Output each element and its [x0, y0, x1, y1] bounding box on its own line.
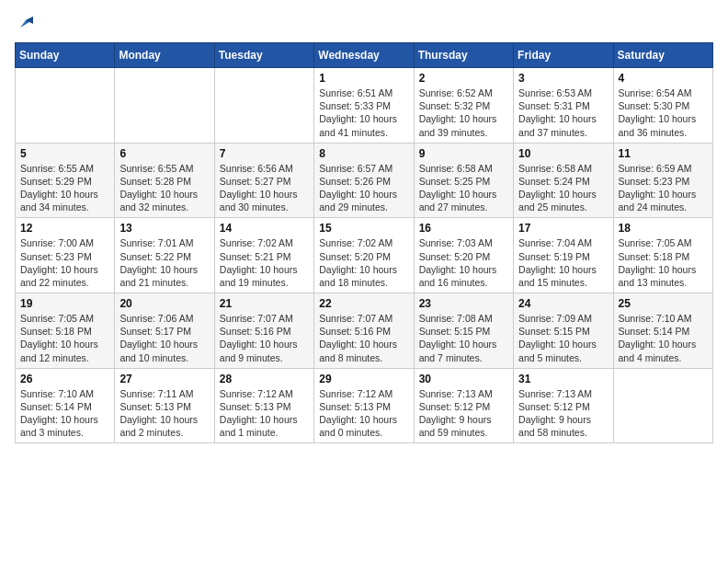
day-number: 28	[220, 373, 309, 385]
day-info: Sunrise: 6:56 AM Sunset: 5:27 PM Dayligh…	[220, 162, 309, 214]
day-info: Sunrise: 7:02 AM Sunset: 5:21 PM Dayligh…	[220, 236, 309, 289]
day-info: Sunrise: 6:55 AM Sunset: 5:28 PM Dayligh…	[119, 162, 209, 214]
logo	[15, 15, 33, 31]
day-number: 21	[220, 297, 309, 310]
day-number: 27	[119, 373, 209, 385]
day-info: Sunrise: 6:58 AM Sunset: 5:24 PM Dayligh…	[518, 162, 608, 214]
day-info: Sunrise: 7:08 AM Sunset: 5:15 PM Dayligh…	[419, 312, 508, 364]
calendar-cell: 2Sunrise: 6:52 AM Sunset: 5:32 PM Daylig…	[414, 68, 513, 144]
day-info: Sunrise: 7:00 AM Sunset: 5:23 PM Dayligh…	[20, 236, 109, 289]
day-info: Sunrise: 7:10 AM Sunset: 5:14 PM Dayligh…	[619, 312, 708, 364]
calendar-cell: 20Sunrise: 7:06 AM Sunset: 5:17 PM Dayli…	[115, 293, 214, 369]
calendar-cell: 13Sunrise: 7:01 AM Sunset: 5:22 PM Dayli…	[115, 218, 214, 293]
calendar-cell: 11Sunrise: 6:59 AM Sunset: 5:23 PM Dayli…	[613, 143, 712, 218]
day-number: 20	[119, 297, 209, 310]
calendar-cell: 4Sunrise: 6:54 AM Sunset: 5:30 PM Daylig…	[613, 68, 712, 144]
day-info: Sunrise: 6:59 AM Sunset: 5:23 PM Dayligh…	[619, 162, 708, 214]
weekday-header-thursday: Thursday	[414, 43, 513, 68]
day-number: 17	[518, 222, 608, 235]
day-info: Sunrise: 7:02 AM Sunset: 5:20 PM Dayligh…	[319, 236, 408, 289]
calendar: SundayMondayTuesdayWednesdayThursdayFrid…	[15, 42, 713, 443]
calendar-cell: 5Sunrise: 6:55 AM Sunset: 5:29 PM Daylig…	[16, 143, 115, 218]
day-number: 2	[419, 72, 508, 85]
day-number: 31	[518, 373, 608, 385]
day-number: 23	[419, 297, 508, 310]
logo-bird-icon	[17, 15, 33, 31]
week-row-4: 19Sunrise: 7:05 AM Sunset: 5:18 PM Dayli…	[16, 293, 713, 369]
weekday-header-sunday: Sunday	[16, 43, 115, 68]
calendar-cell: 14Sunrise: 7:02 AM Sunset: 5:21 PM Dayli…	[214, 218, 313, 293]
page-header	[15, 15, 713, 31]
day-info: Sunrise: 7:04 AM Sunset: 5:19 PM Dayligh…	[518, 236, 608, 289]
calendar-cell: 18Sunrise: 7:05 AM Sunset: 5:18 PM Dayli…	[613, 218, 712, 293]
day-number: 4	[619, 72, 708, 85]
day-info: Sunrise: 7:05 AM Sunset: 5:18 PM Dayligh…	[20, 312, 109, 364]
day-number: 18	[619, 222, 708, 235]
day-info: Sunrise: 7:06 AM Sunset: 5:17 PM Dayligh…	[119, 312, 209, 364]
day-number: 25	[619, 297, 708, 310]
calendar-cell: 12Sunrise: 7:00 AM Sunset: 5:23 PM Dayli…	[16, 218, 115, 293]
day-info: Sunrise: 7:12 AM Sunset: 5:13 PM Dayligh…	[319, 387, 408, 440]
day-info: Sunrise: 7:09 AM Sunset: 5:15 PM Dayligh…	[518, 312, 608, 364]
day-number: 8	[319, 147, 408, 160]
day-number: 19	[20, 297, 109, 310]
weekday-header-wednesday: Wednesday	[314, 43, 414, 68]
calendar-cell: 16Sunrise: 7:03 AM Sunset: 5:20 PM Dayli…	[414, 218, 513, 293]
calendar-cell: 9Sunrise: 6:58 AM Sunset: 5:25 PM Daylig…	[414, 143, 513, 218]
calendar-cell	[613, 368, 712, 443]
day-number: 14	[220, 222, 309, 235]
day-info: Sunrise: 7:07 AM Sunset: 5:16 PM Dayligh…	[220, 312, 309, 364]
calendar-cell: 23Sunrise: 7:08 AM Sunset: 5:15 PM Dayli…	[414, 293, 513, 369]
week-row-3: 12Sunrise: 7:00 AM Sunset: 5:23 PM Dayli…	[16, 218, 713, 293]
day-number: 3	[518, 72, 608, 85]
day-number: 22	[319, 297, 408, 310]
day-number: 6	[119, 147, 209, 160]
calendar-cell	[115, 68, 214, 144]
weekday-header-row: SundayMondayTuesdayWednesdayThursdayFrid…	[16, 43, 713, 68]
calendar-cell: 29Sunrise: 7:12 AM Sunset: 5:13 PM Dayli…	[314, 368, 414, 443]
week-row-5: 26Sunrise: 7:10 AM Sunset: 5:14 PM Dayli…	[16, 368, 713, 443]
day-info: Sunrise: 6:51 AM Sunset: 5:33 PM Dayligh…	[319, 86, 408, 139]
day-number: 29	[319, 373, 408, 385]
day-number: 7	[220, 147, 309, 160]
day-info: Sunrise: 6:54 AM Sunset: 5:30 PM Dayligh…	[619, 86, 708, 139]
calendar-cell	[16, 68, 115, 144]
day-info: Sunrise: 7:05 AM Sunset: 5:18 PM Dayligh…	[619, 236, 708, 289]
calendar-cell: 3Sunrise: 6:53 AM Sunset: 5:31 PM Daylig…	[514, 68, 613, 144]
day-number: 16	[419, 222, 508, 235]
day-info: Sunrise: 6:58 AM Sunset: 5:25 PM Dayligh…	[419, 162, 508, 214]
calendar-cell: 21Sunrise: 7:07 AM Sunset: 5:16 PM Dayli…	[214, 293, 313, 369]
week-row-1: 1Sunrise: 6:51 AM Sunset: 5:33 PM Daylig…	[16, 68, 713, 144]
day-info: Sunrise: 6:55 AM Sunset: 5:29 PM Dayligh…	[20, 162, 109, 214]
day-info: Sunrise: 6:52 AM Sunset: 5:32 PM Dayligh…	[419, 86, 508, 139]
day-number: 13	[119, 222, 209, 235]
day-number: 15	[319, 222, 408, 235]
day-info: Sunrise: 7:13 AM Sunset: 5:12 PM Dayligh…	[419, 387, 508, 440]
day-number: 1	[319, 72, 408, 85]
day-number: 30	[419, 373, 508, 385]
week-row-2: 5Sunrise: 6:55 AM Sunset: 5:29 PM Daylig…	[16, 143, 713, 218]
day-number: 11	[619, 147, 708, 160]
day-info: Sunrise: 6:57 AM Sunset: 5:26 PM Dayligh…	[319, 162, 408, 214]
day-number: 26	[20, 373, 109, 385]
calendar-cell: 31Sunrise: 7:13 AM Sunset: 5:12 PM Dayli…	[514, 368, 613, 443]
day-info: Sunrise: 7:13 AM Sunset: 5:12 PM Dayligh…	[518, 387, 608, 440]
calendar-cell: 10Sunrise: 6:58 AM Sunset: 5:24 PM Dayli…	[514, 143, 613, 218]
calendar-cell: 17Sunrise: 7:04 AM Sunset: 5:19 PM Dayli…	[514, 218, 613, 293]
calendar-cell: 1Sunrise: 6:51 AM Sunset: 5:33 PM Daylig…	[314, 68, 414, 144]
calendar-cell: 19Sunrise: 7:05 AM Sunset: 5:18 PM Dayli…	[16, 293, 115, 369]
day-info: Sunrise: 7:10 AM Sunset: 5:14 PM Dayligh…	[20, 387, 109, 440]
calendar-cell: 8Sunrise: 6:57 AM Sunset: 5:26 PM Daylig…	[314, 143, 414, 218]
weekday-header-tuesday: Tuesday	[214, 43, 313, 68]
calendar-cell: 15Sunrise: 7:02 AM Sunset: 5:20 PM Dayli…	[314, 218, 414, 293]
calendar-cell: 6Sunrise: 6:55 AM Sunset: 5:28 PM Daylig…	[115, 143, 214, 218]
day-info: Sunrise: 7:07 AM Sunset: 5:16 PM Dayligh…	[319, 312, 408, 364]
day-number: 10	[518, 147, 608, 160]
calendar-cell: 27Sunrise: 7:11 AM Sunset: 5:13 PM Dayli…	[115, 368, 214, 443]
day-number: 9	[419, 147, 508, 160]
day-number: 12	[20, 222, 109, 235]
calendar-cell: 26Sunrise: 7:10 AM Sunset: 5:14 PM Dayli…	[16, 368, 115, 443]
day-info: Sunrise: 7:12 AM Sunset: 5:13 PM Dayligh…	[220, 387, 309, 440]
day-info: Sunrise: 6:53 AM Sunset: 5:31 PM Dayligh…	[518, 86, 608, 139]
calendar-cell: 7Sunrise: 6:56 AM Sunset: 5:27 PM Daylig…	[214, 143, 313, 218]
